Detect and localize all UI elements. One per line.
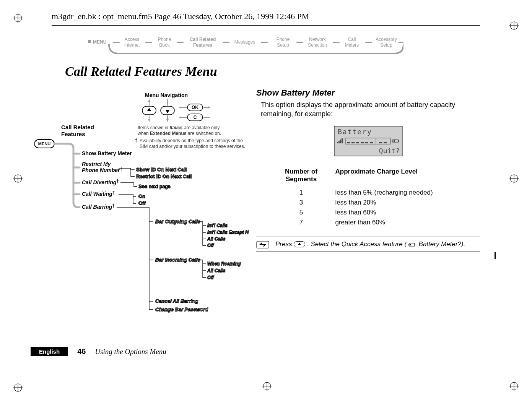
svg-text:Setup: Setup	[380, 42, 392, 48]
svg-text:When Roaming: When Roaming	[207, 261, 241, 266]
svg-rect-84	[337, 142, 338, 143]
crop-mark-icon	[13, 13, 23, 23]
svg-rect-101	[394, 140, 395, 142]
svg-text:Cancel All Barring: Cancel All Barring	[155, 298, 198, 304]
svg-text:Off: Off	[207, 275, 214, 280]
section-body: This option displays the approximate amo…	[256, 100, 480, 119]
table-header-segments: Number of Segments	[277, 166, 335, 188]
svg-text:Call: Call	[348, 37, 356, 42]
svg-text:Phone Number†: Phone Number†	[82, 166, 122, 173]
svg-text:†: †	[135, 137, 138, 143]
table-row: 7greater than 60%	[277, 218, 460, 227]
section-heading: Show Battery Meter	[256, 88, 480, 98]
svg-rect-36	[399, 42, 403, 43]
svg-text:Off: Off	[138, 200, 146, 206]
svg-rect-18	[145, 42, 152, 43]
svg-text:Bar Incoming Calls: Bar Incoming Calls	[155, 257, 200, 263]
svg-text:Selection: Selection	[308, 42, 327, 48]
svg-rect-12	[88, 40, 91, 43]
breadcrumb-ribbon: MENU Access Internet Phone Book Call Rel…	[88, 35, 403, 59]
svg-text:All Calls: All Calls	[207, 268, 226, 273]
svg-rect-106	[415, 244, 415, 245]
svg-text:MENU: MENU	[38, 141, 50, 146]
svg-text:See next page: See next page	[138, 184, 171, 189]
svg-rect-87	[342, 138, 343, 143]
svg-text:Int'l Calls: Int'l Calls	[207, 223, 228, 228]
svg-rect-91	[356, 142, 359, 143]
charge-level-table: Number of Segments Approximate Charge Le…	[277, 166, 460, 227]
svg-text:Messages: Messages	[234, 39, 255, 45]
svg-rect-29	[296, 42, 303, 43]
svg-rect-100	[392, 140, 392, 142]
svg-text:Features: Features	[193, 42, 212, 48]
svg-rect-86	[340, 140, 341, 143]
svg-rect-92	[361, 142, 364, 143]
page-number: 46	[77, 347, 86, 356]
svg-text:Availability depends on the ty: Availability depends on the type and set…	[140, 138, 243, 143]
crop-mark-icon	[262, 382, 272, 392]
svg-text:Call Waiting†: Call Waiting†	[82, 190, 115, 197]
arrow-up-key-icon	[294, 241, 305, 247]
svg-rect-23	[223, 42, 229, 43]
crop-mark-icon	[509, 382, 519, 392]
svg-text:Network: Network	[309, 37, 326, 42]
nav-title: Menu Navigation	[145, 92, 188, 98]
svg-text:Show ID On Next Call: Show ID On Next Call	[136, 167, 187, 172]
svg-text:Call Related: Call Related	[190, 37, 216, 42]
svg-text:Call Diverting†: Call Diverting†	[82, 179, 119, 185]
svg-text:Access: Access	[125, 37, 140, 42]
svg-text:Bar Outgoing Calls: Bar Outgoing Calls	[155, 219, 200, 224]
svg-text:Restrict ID On Next Call: Restrict ID On Next Call	[136, 174, 192, 179]
crop-mark-icon	[13, 174, 23, 183]
language-tab: English	[31, 347, 68, 356]
table-header-level: Approximate Charge Level	[335, 166, 460, 188]
lcd-illustration: Battery Quit?	[334, 126, 403, 156]
svg-rect-21	[177, 42, 184, 43]
right-column: Show Battery Meter This option displays …	[256, 88, 480, 252]
section-title: Using the Options Menu	[95, 348, 166, 356]
svg-rect-108	[410, 244, 411, 245]
svg-rect-32	[333, 42, 340, 43]
svg-rect-89	[347, 142, 350, 143]
svg-text:Change Bar Password: Change Bar Password	[155, 307, 208, 312]
svg-text:Battery: Battery	[338, 128, 372, 136]
page-title: Call Related Features Menu	[65, 64, 217, 79]
page-header: m3gdr_en.bk : opt_menu.fm5 Page 46 Tuesd…	[52, 11, 309, 21]
svg-rect-35	[365, 42, 372, 43]
svg-text:Show Battery Meter: Show Battery Meter	[82, 150, 132, 156]
table-row: 1less than 5% (recharging needed)	[277, 188, 460, 198]
svg-text:Phone: Phone	[158, 37, 171, 42]
svg-rect-95	[379, 142, 382, 143]
change-bar	[495, 252, 496, 259]
tip-text: Press . Select the Quick Access feature …	[275, 240, 465, 248]
svg-text:Internet: Internet	[124, 42, 140, 48]
table-row: 3less than 20%	[277, 198, 460, 208]
svg-text:Book: Book	[159, 42, 170, 48]
svg-text:Quit?: Quit?	[379, 147, 399, 155]
crop-mark-icon	[509, 21, 519, 30]
svg-text:C: C	[194, 115, 197, 120]
svg-text:Features: Features	[61, 131, 85, 137]
header-rule	[52, 25, 480, 26]
table-row: 5less than 60%	[277, 208, 460, 218]
svg-text:Phone: Phone	[277, 37, 290, 42]
menu-tree-diagram: Menu Navigation OK C Items shown in Ital…	[34, 88, 249, 325]
crop-mark-icon	[13, 383, 23, 392]
svg-text:SIM card and/or your subscript: SIM card and/or your subscription to the…	[140, 144, 245, 149]
svg-text:when Extended Menus are switch: when Extended Menus are switched on.	[137, 131, 221, 136]
svg-rect-93	[365, 142, 368, 143]
svg-text:OK: OK	[192, 105, 198, 110]
svg-rect-94	[370, 142, 373, 143]
battery-icon: +	[408, 242, 417, 247]
svg-text:Int'l Calls Except Home: Int'l Calls Except Home	[207, 230, 249, 235]
svg-rect-96	[384, 142, 387, 143]
menu-label: MENU	[93, 39, 106, 45]
svg-text:Meters: Meters	[345, 42, 359, 48]
page-footer: English 46 Using the Options Menu	[31, 347, 166, 356]
svg-text:Items shown in Italics are ava: Items shown in Italics are available onl…	[138, 125, 220, 130]
svg-text:Restrict My: Restrict My	[82, 161, 111, 167]
svg-text:All Calls: All Calls	[207, 236, 226, 242]
document-page: m3gdr_en.bk : opt_menu.fm5 Page 46 Tuesd…	[0, 0, 532, 406]
svg-text:Call Related: Call Related	[61, 124, 94, 130]
svg-text:Call Barring†: Call Barring†	[82, 203, 115, 210]
